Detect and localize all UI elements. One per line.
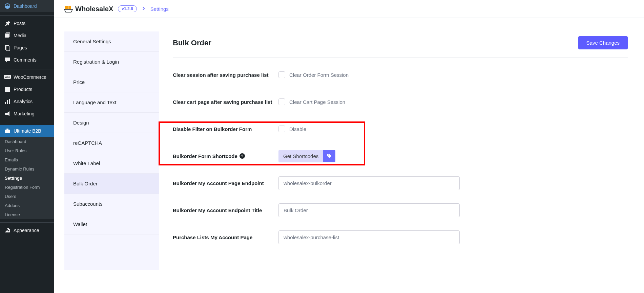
field-control <box>278 176 628 190</box>
sidebar-submenu: Dashboard User Roles Emails Dynamic Rule… <box>0 137 54 219</box>
products-icon <box>4 86 11 93</box>
svg-point-12 <box>328 155 329 156</box>
svg-rect-7 <box>5 87 10 88</box>
svg-text:woo: woo <box>5 76 10 78</box>
tab-general-settings[interactable]: General Settings <box>64 31 159 52</box>
analytics-icon <box>4 98 11 105</box>
sidebar-item-pages[interactable]: Pages <box>0 42 54 54</box>
media-icon <box>4 32 11 39</box>
tag-icon <box>323 150 335 162</box>
pages-icon <box>4 44 11 51</box>
tab-bulk-order[interactable]: Bulk Order <box>64 174 159 194</box>
submenu-item-dashboard[interactable]: Dashboard <box>0 137 54 146</box>
submenu-item-registration-form[interactable]: Registration Form <box>0 183 54 192</box>
field-control: Clear Order Form Session <box>278 71 628 78</box>
field-endpoint: Bulkorder My Account Page Endpoint <box>173 176 628 190</box>
save-changes-button[interactable]: Save Changes <box>578 36 628 49</box>
pin-icon <box>4 20 11 27</box>
submenu-item-user-roles[interactable]: User Roles <box>0 146 54 155</box>
tab-language-text[interactable]: Language and Text <box>64 92 159 113</box>
field-shortcode: Bulkorder Form Shortcode ? [UB2B_Bulk_Or… <box>173 149 628 163</box>
field-purchase-lists: Purchase Lists My Account Page <box>173 230 628 245</box>
version-badge: v1.2.6 <box>118 5 137 12</box>
shortcode-button-label: Get Shortcodes <box>278 150 323 162</box>
field-control <box>278 230 628 244</box>
sidebar-item-label: Products <box>14 87 32 92</box>
sidebar-item-posts[interactable]: Posts <box>0 17 54 29</box>
breadcrumb-current: Settings <box>150 6 169 12</box>
svg-rect-9 <box>7 100 8 104</box>
sidebar-item-products[interactable]: Products <box>0 83 54 95</box>
dashboard-icon <box>4 3 11 9</box>
tab-wallet[interactable]: Wallet <box>64 214 159 234</box>
field-label-text: Bulkorder Form Shortcode <box>173 153 237 159</box>
endpoint-input[interactable] <box>278 176 460 190</box>
svg-rect-8 <box>5 102 6 104</box>
wp-admin-sidebar: Dashboard Posts Media Pages Comments woo… <box>0 0 54 270</box>
topbar: WholesaleX v1.2.6 Settings <box>54 0 644 18</box>
tab-recaptcha[interactable]: reCAPTCHA <box>64 133 159 153</box>
chevron-right-icon <box>142 6 146 12</box>
submenu-item-users[interactable]: Users <box>0 192 54 201</box>
disable-filter-checkbox[interactable] <box>278 126 285 132</box>
content-row: General Settings Registration & Login Pr… <box>54 18 644 270</box>
sidebar-item-label: Posts <box>14 21 25 26</box>
submenu-item-emails[interactable]: Emails <box>0 155 54 164</box>
checkbox-hint: Disable <box>289 126 306 132</box>
sidebar-item-label: Analytics <box>14 99 33 104</box>
sidebar-item-label: Media <box>14 33 26 38</box>
field-label: Bulkorder Form Shortcode ? <box>173 153 278 159</box>
sidebar-item-label: WooCommerce <box>14 74 46 80</box>
sidebar-item-woocommerce[interactable]: woo WooCommerce <box>0 71 54 83</box>
help-icon[interactable]: ? <box>240 153 245 159</box>
endpoint-title-input[interactable] <box>278 203 460 217</box>
clear-session-checkbox[interactable] <box>278 71 285 78</box>
tab-design[interactable]: Design <box>64 113 159 133</box>
brand: WholesaleX <box>64 5 113 13</box>
field-label: Purchase Lists My Account Page <box>173 234 278 240</box>
svg-rect-11 <box>6 129 8 130</box>
sidebar-item-analytics[interactable]: Analytics <box>0 95 54 108</box>
field-clear-session: Clear session after saving purchase list… <box>173 67 628 82</box>
sidebar-separator <box>0 68 54 69</box>
tab-white-label[interactable]: White Label <box>64 153 159 174</box>
brand-logo-icon <box>64 5 73 13</box>
sidebar-item-dashboard[interactable]: Dashboard <box>0 0 54 12</box>
field-label: Bulkorder My Account Page Endpoint <box>173 180 278 186</box>
field-clear-cart: Clear cart page after saving purchase li… <box>173 94 628 109</box>
checkbox-hint: Clear Order Form Session <box>289 72 349 78</box>
sidebar-item-label: Ultimate B2B <box>14 128 41 134</box>
tab-subaccounts[interactable]: Subaccounts <box>64 194 159 214</box>
purchase-lists-input[interactable] <box>278 230 460 244</box>
sidebar-separator <box>0 14 54 16</box>
tab-registration-login[interactable]: Registration & Login <box>64 52 159 72</box>
settings-tabs: General Settings Registration & Login Pr… <box>64 31 159 270</box>
brand-text: WholesaleX <box>75 5 113 13</box>
submenu-item-addons[interactable]: Addons <box>0 201 54 210</box>
sidebar-item-ultimate-b2b[interactable]: Ultimate B2B <box>0 125 54 137</box>
field-control: Clear Cart Page Session <box>278 98 628 105</box>
main-content: WholesaleX v1.2.6 Settings General Setti… <box>54 0 644 270</box>
sidebar-item-label: Comments <box>14 57 37 63</box>
get-shortcodes-button[interactable]: [UB2B_Bulk_Order] Get Shortcodes <box>278 150 335 162</box>
settings-panel: Bulk Order Save Changes Clear session af… <box>159 31 644 270</box>
sidebar-item-label: Appearance <box>14 228 39 233</box>
sidebar-item-marketing[interactable]: Marketing <box>0 108 54 120</box>
sidebar-item-label: Dashboard <box>14 3 37 9</box>
sidebar-item-comments[interactable]: Comments <box>0 54 54 66</box>
sidebar-item-media[interactable]: Media <box>0 29 54 42</box>
panel-title: Bulk Order <box>173 39 211 47</box>
appearance-icon <box>4 227 11 234</box>
panel-header: Bulk Order Save Changes <box>173 31 628 58</box>
submenu-item-license[interactable]: License <box>0 210 54 219</box>
clear-cart-checkbox[interactable] <box>278 98 285 105</box>
tab-price[interactable]: Price <box>64 72 159 92</box>
field-endpoint-title: Bulkorder My Account Endpoint Title <box>173 203 628 218</box>
submenu-item-settings[interactable]: Settings <box>0 174 54 183</box>
submenu-item-dynamic-rules[interactable]: Dynamic Rules <box>0 164 54 174</box>
field-label: Clear session after saving purchase list <box>173 72 278 78</box>
field-label: Disable Filter on Bulkorder Form <box>173 126 278 132</box>
svg-point-0 <box>7 5 8 7</box>
svg-rect-1 <box>5 33 9 38</box>
sidebar-item-appearance[interactable]: Appearance <box>0 224 54 236</box>
